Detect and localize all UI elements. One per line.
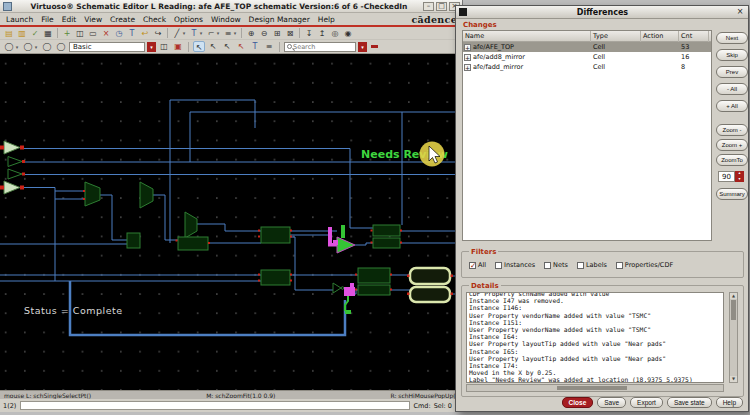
zoom-area-icon[interactable]: ⊠ <box>284 28 296 39</box>
chevron-down-icon[interactable]: ▾ <box>215 30 221 36</box>
status-label[interactable]: Status = Complete <box>24 305 123 316</box>
copy-icon[interactable]: ◫ <box>74 28 86 39</box>
menu-file[interactable]: File <box>37 15 58 24</box>
spinner-down-icon[interactable]: ▼ <box>735 177 744 183</box>
maximize-button[interactable]: □ <box>436 2 447 11</box>
search-options-button[interactable]: ▾ <box>358 42 367 52</box>
expand-icon[interactable]: + <box>464 44 471 51</box>
column-name[interactable]: Name <box>463 31 591 42</box>
menu-window[interactable]: Window <box>207 15 245 24</box>
zoom-out-icon[interactable]: ⊖ <box>258 28 270 39</box>
scroll-down-icon[interactable]: ▼ <box>730 376 737 382</box>
filter-nets[interactable]: Nets <box>544 261 568 269</box>
checkbox-properties-cdf[interactable] <box>616 262 623 269</box>
skip-button[interactable]: Skip <box>716 49 748 61</box>
lock-icon[interactable]: ◉ <box>342 28 354 39</box>
next-button[interactable]: Next <box>716 32 748 44</box>
column-cnt[interactable]: Cnt <box>679 31 709 42</box>
chevron-down-icon[interactable]: ▾ <box>33 44 39 50</box>
zoom-level-value[interactable]: 90 <box>718 171 735 182</box>
chevron-down-icon[interactable]: ▾ <box>181 30 187 36</box>
workspace-radio-icon[interactable]: ◯ <box>41 41 53 52</box>
select-add-cursor-icon[interactable]: ↖ <box>207 41 219 52</box>
schematic-canvas[interactable]: Needs Review Status = Complete <box>0 54 463 390</box>
chevron-down-icon[interactable]: ▾ <box>14 44 20 50</box>
details-horizontal-scrollbar[interactable] <box>466 384 724 392</box>
move-icon[interactable]: + <box>61 28 73 39</box>
chevron-down-icon[interactable]: ▾ <box>232 30 238 36</box>
help-button[interactable]: Help <box>716 397 743 408</box>
command-input[interactable] <box>20 401 410 410</box>
scrollbar-thumb[interactable] <box>557 386 627 390</box>
stretch-icon[interactable]: ▭ <box>87 28 99 39</box>
select-cursor-icon-active[interactable]: ↖ <box>193 41 205 52</box>
zoom-in-icon[interactable]: ⊕ <box>245 28 257 39</box>
expand-icon[interactable]: + <box>464 64 471 71</box>
column-type[interactable]: Type <box>591 31 641 42</box>
io-pads[interactable] <box>410 268 450 302</box>
menu-options[interactable]: Options <box>170 15 207 24</box>
deselect-cursor-icon[interactable]: ↖ <box>221 41 233 52</box>
table-row[interactable]: +afe/fadd_mirror Cell 8 <box>463 62 711 72</box>
details-vertical-scrollbar[interactable]: ▲ ▼ <box>729 292 738 383</box>
prev-button[interactable]: Prev <box>716 66 748 78</box>
check-save-icon[interactable]: ✓ <box>29 28 41 39</box>
checkbox-labels[interactable] <box>577 262 584 269</box>
menu-launch[interactable]: Launch <box>2 15 37 24</box>
table-row[interactable]: +afe/add8_mirror Cell 16 <box>463 52 711 62</box>
changes-table-header[interactable]: Name Type Action Cnt <box>463 31 711 42</box>
details-text[interactable]: CDF Property schName added with value ""… <box>466 292 724 383</box>
expand-all-button[interactable]: + All <box>716 100 748 112</box>
text-select-icon[interactable]: T <box>249 41 261 52</box>
open-icon[interactable]: ▥ <box>16 28 28 39</box>
checkbox-nets[interactable] <box>544 262 551 269</box>
zoom-to-button[interactable]: ZoomTo <box>716 154 748 166</box>
menu-edit[interactable]: Edit <box>58 15 81 24</box>
zoom-out-button[interactable]: Zoom - <box>716 124 748 136</box>
query-cursor-icon[interactable]: ↖ <box>235 41 247 52</box>
instance-edit-icon[interactable]: ▣ <box>172 41 184 52</box>
expand-icon[interactable]: + <box>464 54 471 61</box>
checkbox-all[interactable] <box>469 262 476 269</box>
scrollbar-thumb[interactable] <box>731 300 736 320</box>
filter-labels[interactable]: Labels <box>577 261 607 269</box>
save-icon[interactable]: ▦ <box>42 28 54 39</box>
filter-all[interactable]: All <box>469 261 486 269</box>
filter-list-icon[interactable]: ≡ <box>263 41 275 52</box>
dialog-close-icon[interactable]: × <box>735 7 745 17</box>
collapse-all-button[interactable]: - All <box>716 83 748 95</box>
undo-icon[interactable]: ↩ <box>139 28 151 39</box>
new-cellview-icon[interactable]: ▤ <box>3 28 15 39</box>
history-icon[interactable]: ◷ <box>113 28 125 39</box>
search-input[interactable] <box>293 43 345 51</box>
search-clear-icon[interactable] <box>371 45 378 48</box>
cellview-dropdown-button[interactable]: ▾ <box>147 42 156 52</box>
minimize-button[interactable]: – <box>423 2 434 11</box>
checkbox-instances[interactable] <box>495 262 502 269</box>
chevron-down-icon[interactable]: ▾ <box>198 30 204 36</box>
redo-icon[interactable]: ↪ <box>152 28 164 39</box>
instance-icon[interactable]: ◫ <box>158 41 170 52</box>
filter-properties-cdf[interactable]: Properties/CDF <box>616 261 673 269</box>
scroll-up-icon[interactable]: ▲ <box>730 293 737 299</box>
ascend-icon[interactable]: ↥ <box>316 28 328 39</box>
descend-icon[interactable]: ↧ <box>303 28 315 39</box>
menu-view[interactable]: View <box>80 15 106 24</box>
save-state-button[interactable]: Save state <box>667 397 712 408</box>
probe-icon[interactable]: ◎ <box>329 28 341 39</box>
delete-icon[interactable]: × <box>100 28 112 39</box>
workspace-radio-icon[interactable]: ◯ <box>55 41 67 52</box>
menu-check[interactable]: Check <box>139 15 170 24</box>
menu-design-manager[interactable]: Design Manager <box>245 15 314 24</box>
export-button[interactable]: Export <box>630 397 663 408</box>
zoom-fit-icon[interactable]: ⊞ <box>271 28 283 39</box>
save-button[interactable]: Save <box>597 397 626 408</box>
column-action[interactable]: Action <box>641 31 679 42</box>
search-box[interactable] <box>284 42 356 52</box>
text-icon[interactable]: T <box>126 28 138 39</box>
zoom-in-button[interactable]: Zoom + <box>716 139 748 151</box>
close-dialog-button[interactable]: Close <box>562 397 594 408</box>
menu-help[interactable]: Help <box>314 15 339 24</box>
filter-instances[interactable]: Instances <box>495 261 535 269</box>
table-row[interactable]: +afe/AFE_TOP Cell 53 <box>463 42 711 52</box>
